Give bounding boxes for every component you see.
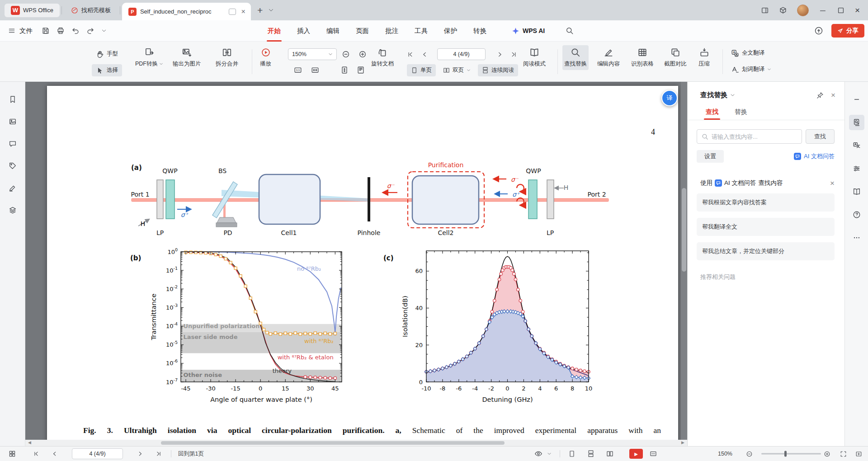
pin-panel-icon[interactable] xyxy=(816,92,824,99)
single-page-button[interactable]: 单页 xyxy=(407,64,436,76)
more-options-icon[interactable] xyxy=(849,230,864,245)
save-icon[interactable] xyxy=(42,27,50,35)
vertical-scrollbar[interactable] xyxy=(681,82,687,440)
pdf-convert-button[interactable]: PDF转换 xyxy=(133,45,165,70)
template-tab[interactable]: 找稻壳模板 xyxy=(64,0,118,20)
toolbar-page-indicator[interactable]: 4 (4/9) xyxy=(437,48,486,60)
tab-convert[interactable]: 转换 xyxy=(473,20,486,42)
back-to-first-link[interactable]: 回到第1页 xyxy=(178,450,204,458)
first-page-button[interactable] xyxy=(30,448,42,460)
close-tab-icon[interactable]: × xyxy=(241,8,245,15)
tag-panel-icon[interactable] xyxy=(9,162,17,170)
view-options-icon[interactable] xyxy=(533,448,544,460)
signature-icon[interactable] xyxy=(9,184,17,192)
table-recognize-button[interactable]: 识别表格 xyxy=(629,45,656,70)
minimize-icon[interactable] xyxy=(819,6,827,14)
find-button[interactable]: 查找 xyxy=(806,129,835,144)
settings-sliders-icon[interactable] xyxy=(849,161,864,176)
tab-protect[interactable]: 保护 xyxy=(444,20,457,42)
full-width-view-icon[interactable] xyxy=(647,448,659,460)
ai-floating-button[interactable]: 译 xyxy=(661,90,678,106)
screenshot-compare-button[interactable]: 截图对比 xyxy=(662,45,689,70)
double-page-view-icon[interactable] xyxy=(604,448,616,460)
prev-page-button[interactable] xyxy=(49,448,61,460)
full-page-button[interactable] xyxy=(355,64,367,76)
cloud-sync-icon[interactable] xyxy=(814,26,823,35)
read-play-button[interactable]: ▶ xyxy=(629,449,643,459)
tab-home[interactable]: 开始 xyxy=(268,20,281,42)
horizontal-scrollbar[interactable]: ◀ ▶ xyxy=(25,440,687,446)
last-page-button[interactable] xyxy=(153,448,165,460)
double-page-button[interactable]: 双页 xyxy=(439,64,475,76)
view-options-chevron-icon[interactable] xyxy=(546,448,552,460)
zoom-out-button[interactable] xyxy=(340,48,352,60)
ai-suggestion-item[interactable]: 帮我根据文章内容找答案 xyxy=(697,193,835,212)
prev-page-button[interactable] xyxy=(419,48,430,60)
help-icon[interactable] xyxy=(849,207,864,222)
export-image-button[interactable]: 输出为图片 xyxy=(171,45,203,70)
app-center-icon[interactable] xyxy=(779,6,787,14)
file-menu[interactable]: 文件 xyxy=(0,27,38,35)
word-translate-button[interactable]: 划词翻译 xyxy=(727,63,775,75)
translate-panel-icon[interactable] xyxy=(849,138,864,153)
full-translate-button[interactable]: A 全文翻译 xyxy=(727,47,769,59)
play-button[interactable]: 播放 xyxy=(258,45,273,70)
zoom-in-button[interactable] xyxy=(357,48,368,60)
search-input[interactable] xyxy=(712,133,797,140)
zoom-in-button[interactable] xyxy=(821,448,833,460)
wps-home-tab[interactable]: W WPS Office xyxy=(5,4,60,17)
zoom-out-button[interactable] xyxy=(743,448,755,460)
tab-replace[interactable]: 替换 xyxy=(735,104,747,120)
edit-content-button[interactable]: 编辑内容 xyxy=(595,45,622,70)
comment-panel-icon[interactable] xyxy=(9,140,17,148)
tab-insert[interactable]: 插入 xyxy=(297,20,310,42)
tab-list-chevron-icon[interactable] xyxy=(268,7,274,13)
tab-comment[interactable]: 批注 xyxy=(385,20,398,42)
hand-tool-button[interactable]: 手型 xyxy=(92,48,122,60)
tab-edit[interactable]: 编辑 xyxy=(326,20,340,42)
last-page-button[interactable] xyxy=(508,48,519,60)
layers-icon[interactable] xyxy=(9,206,17,214)
image-panel-icon[interactable] xyxy=(9,118,17,126)
fit-width-button[interactable] xyxy=(309,64,321,76)
split-merge-button[interactable]: 拆分合并 xyxy=(214,45,240,70)
close-ai-section-icon[interactable]: × xyxy=(830,179,835,187)
read-mode-button[interactable]: 阅读模式 xyxy=(521,45,547,70)
zoom-slider-thumb[interactable] xyxy=(784,451,787,457)
continuous-read-button[interactable]: 连续阅读 xyxy=(478,64,518,76)
document-tab[interactable]: P Self_induced_non_reciproc × xyxy=(122,3,251,20)
continuous-view-icon[interactable] xyxy=(585,448,597,460)
share-button[interactable]: 分享 xyxy=(831,24,864,38)
ai-suggestion-item[interactable]: 帮我总结文章，并定位关键部分 xyxy=(697,242,835,260)
layout-panel-icon[interactable] xyxy=(761,6,769,14)
tab-page[interactable]: 页面 xyxy=(356,20,369,42)
tab-tools[interactable]: 工具 xyxy=(415,20,428,42)
compress-button[interactable]: 压缩 xyxy=(697,45,712,70)
maximize-icon[interactable] xyxy=(837,6,845,14)
scroll-left-icon[interactable]: ◀ xyxy=(28,440,31,445)
next-page-button[interactable] xyxy=(134,448,146,460)
horizontal-scrollbar-thumb[interactable] xyxy=(161,441,505,445)
zoom-select[interactable]: 150% xyxy=(288,48,337,60)
actual-size-button[interactable]: 1:1 xyxy=(292,64,304,76)
doc-search-icon[interactable] xyxy=(849,115,864,130)
rotate-doc-button[interactable]: 旋转文档 xyxy=(369,45,396,70)
more-actions-chevron-icon[interactable] xyxy=(101,28,107,33)
menu-search-icon[interactable] xyxy=(566,27,574,35)
fit-page-button[interactable] xyxy=(339,64,350,76)
tab-find[interactable]: 查找 xyxy=(706,104,718,120)
thumbnail-panel-icon[interactable] xyxy=(6,448,18,460)
ai-suggestion-item[interactable]: 帮我翻译全文 xyxy=(697,218,835,236)
vertical-scrollbar-thumb[interactable] xyxy=(682,188,686,272)
document-viewport[interactable]: 4 (a)Port 1Port 2QWPQWPBSLPLPPDCell1Pinh… xyxy=(25,82,687,446)
settings-button[interactable]: 设置 xyxy=(697,150,724,163)
first-page-button[interactable] xyxy=(404,48,416,60)
next-page-button[interactable] xyxy=(494,48,505,60)
close-window-icon[interactable]: × xyxy=(855,6,860,14)
new-tab-button[interactable]: + xyxy=(257,5,263,16)
page-indicator[interactable]: 4 (4/9) xyxy=(72,448,123,459)
fullscreen-icon[interactable] xyxy=(853,448,864,460)
close-panel-icon[interactable]: × xyxy=(831,91,835,99)
wps-ai-menu[interactable]: WPS AI xyxy=(512,27,545,35)
select-tool-button[interactable]: 选择 xyxy=(92,64,122,76)
